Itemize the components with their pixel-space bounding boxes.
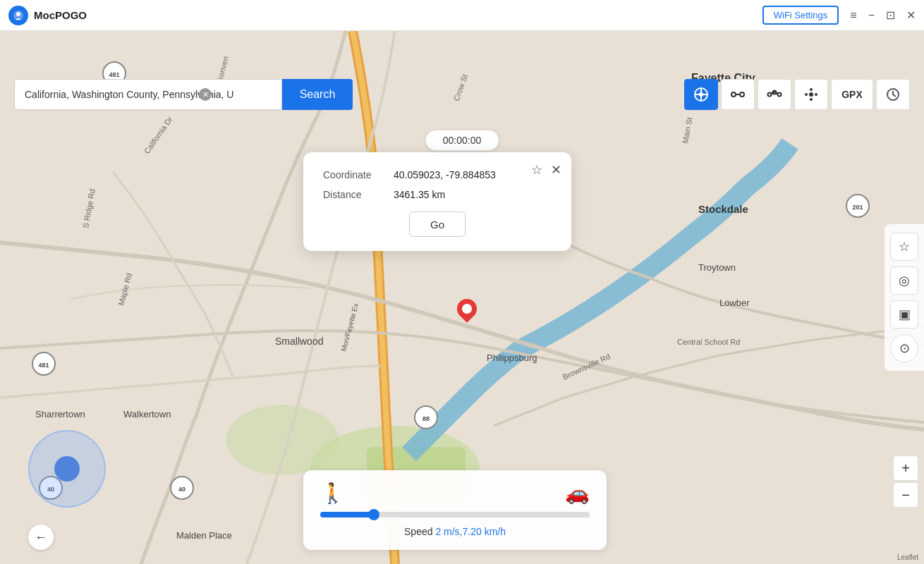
distance-row: Distance 3461.35 km [323, 189, 552, 200]
back-button[interactable]: ← [28, 525, 54, 550]
coordinate-row: Coordinate 40.059023, -79.884853 [323, 169, 552, 180]
app-logo [8, 6, 28, 25]
svg-point-1 [16, 12, 20, 16]
svg-text:Malden Place: Malden Place [176, 530, 232, 541]
svg-text:481: 481 [38, 362, 49, 369]
popup-header: ☆ ✕ [531, 162, 561, 178]
svg-point-47 [810, 88, 813, 91]
svg-point-41 [740, 92, 744, 97]
sidebar-location-icon[interactable]: ⊙ [890, 334, 918, 362]
svg-text:88: 88 [423, 415, 430, 422]
speed-value: 2 m/s,7.20 km/h [435, 526, 506, 537]
speed-slider-thumb[interactable] [368, 509, 379, 520]
sidebar-compass-icon[interactable]: ◎ [890, 266, 918, 295]
close-icon[interactable]: ✕ [906, 8, 916, 22]
favorite-icon[interactable]: ☆ [531, 162, 542, 178]
speed-slider[interactable] [320, 512, 590, 517]
speed-label: Speed 2 m/s,7.20 km/h [320, 526, 590, 537]
svg-point-48 [810, 98, 813, 101]
svg-text:Walkertown: Walkertown [123, 409, 171, 419]
menu-icon[interactable]: ≡ [850, 9, 856, 22]
one-stop-mode-button[interactable] [721, 79, 755, 110]
app-title: MocPOGO [34, 9, 762, 21]
svg-text:Central School Rd: Central School Rd [677, 338, 740, 346]
svg-text:Stockdale: Stockdale [698, 203, 748, 215]
timer-display: 00:00:00 [425, 130, 499, 151]
window-controls: ≡ − ⊡ ✕ [850, 8, 916, 22]
leaflet-attribution: Leaflet [897, 553, 918, 561]
sidebar-map-icon[interactable]: ▣ [890, 300, 918, 329]
svg-point-49 [805, 93, 808, 96]
svg-point-39 [699, 92, 703, 97]
search-input[interactable] [14, 79, 282, 110]
zoom-out-button[interactable]: − [893, 482, 918, 508]
pin-heart [462, 304, 472, 314]
distance-value: 3461.35 km [394, 189, 445, 200]
location-pin [457, 299, 477, 319]
search-bar: ✕ Search [14, 79, 353, 110]
mode-buttons-bar: GPX [684, 79, 910, 110]
pin-body [453, 295, 481, 323]
multi-stop-mode-button[interactable] [758, 79, 791, 110]
joystick-inner[interactable] [54, 456, 80, 482]
svg-point-45 [778, 93, 782, 97]
speed-icons-row: 🚶 🚗 [320, 482, 590, 505]
svg-text:481: 481 [109, 71, 119, 78]
timer-value: 00:00:00 [443, 135, 482, 146]
walk-icon: 🚶 [320, 482, 345, 505]
zoom-controls: + − [893, 455, 918, 508]
titlebar: MocPOGO WiFi Settings ≡ − ⊡ ✕ [0, 0, 924, 31]
svg-point-43 [768, 93, 772, 97]
speed-slider-fill [320, 512, 374, 517]
svg-text:Troytown: Troytown [698, 262, 736, 273]
right-sidebar: ☆ ◎ ▣ ⊙ [885, 224, 924, 371]
svg-point-50 [815, 93, 817, 96]
zoom-in-button[interactable]: + [893, 455, 918, 481]
svg-text:40: 40 [178, 486, 186, 493]
location-info-popup: ☆ ✕ Coordinate 40.059023, -79.884853 Dis… [303, 152, 571, 251]
sidebar-favorite-icon[interactable]: ☆ [890, 233, 918, 261]
restore-icon[interactable]: ⊡ [886, 8, 895, 22]
gpx-button[interactable]: GPX [831, 79, 873, 110]
history-button[interactable] [876, 79, 910, 110]
go-button[interactable]: Go [409, 212, 466, 237]
wifi-settings-button[interactable]: WiFi Settings [762, 6, 839, 25]
joystick-control[interactable] [28, 430, 106, 508]
minimize-icon[interactable]: − [868, 9, 875, 22]
svg-text:Sharrertown: Sharrertown [35, 409, 85, 419]
svg-point-46 [809, 92, 813, 97]
teleport-mode-button[interactable] [684, 79, 718, 110]
svg-text:Philippsburg: Philippsburg [487, 352, 537, 363]
coordinate-label: Coordinate [323, 169, 394, 180]
svg-text:201: 201 [852, 204, 863, 211]
map-container: California Dr S Ridge Rd Maple Rd Kaukon… [0, 31, 924, 564]
svg-text:Smallwood: Smallwood [275, 336, 323, 347]
search-button[interactable]: Search [282, 79, 353, 110]
speed-control-panel: 🚶 🚗 Speed 2 m/s,7.20 km/h [303, 470, 607, 550]
coordinate-value: 40.059023, -79.884853 [394, 169, 496, 180]
distance-label: Distance [323, 189, 394, 200]
svg-point-40 [731, 92, 736, 97]
popup-close-icon[interactable]: ✕ [551, 162, 561, 178]
joystick-outer[interactable] [28, 430, 106, 508]
car-icon: 🚗 [565, 482, 590, 505]
svg-text:Lowber: Lowber [719, 298, 750, 308]
joystick-mode-button[interactable] [794, 79, 828, 110]
search-clear-button[interactable]: ✕ [199, 88, 212, 101]
